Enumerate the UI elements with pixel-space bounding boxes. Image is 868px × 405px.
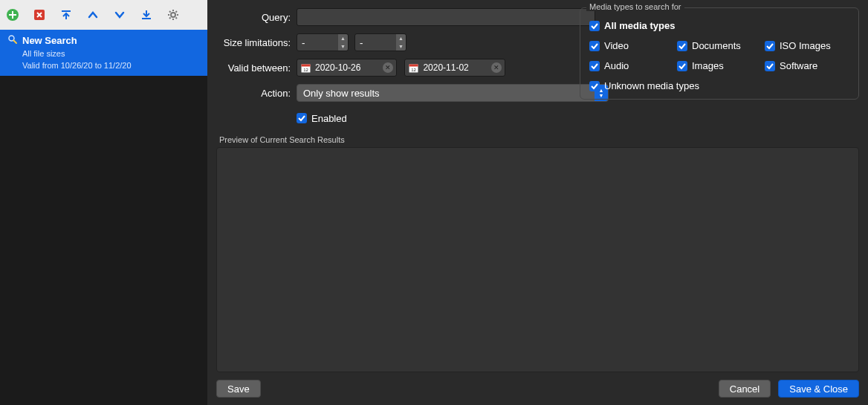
- date-to-text: 2020-11-02: [423, 62, 468, 73]
- date-to-field[interactable]: 12 2020-11-02 ✕: [404, 59, 505, 77]
- list-item-title: New Search: [22, 35, 77, 46]
- media-documents-label: Documents: [692, 40, 741, 51]
- check-icon: [297, 113, 307, 123]
- main-panel: Query: Size limitations: ▲▼ ▲▼ Valid bet…: [207, 0, 868, 405]
- size-max-stepper[interactable]: ▲▼: [396, 34, 406, 51]
- move-down-icon[interactable]: [111, 7, 128, 23]
- svg-line-16: [14, 41, 17, 44]
- move-up-icon[interactable]: [85, 7, 101, 23]
- media-all-label: All media types: [604, 20, 675, 31]
- check-icon: [589, 81, 600, 91]
- move-bottom-icon[interactable]: [138, 7, 155, 23]
- query-input[interactable]: [297, 8, 595, 26]
- calendar-icon: 12: [300, 62, 311, 73]
- svg-text:12: 12: [303, 68, 308, 72]
- action-label: Action:: [216, 88, 297, 99]
- svg-point-6: [171, 13, 175, 17]
- check-icon: [765, 61, 775, 71]
- save-button[interactable]: Save: [216, 380, 261, 398]
- footer: Save Cancel Save & Close: [216, 380, 859, 398]
- size-min-stepper[interactable]: ▲▼: [338, 34, 348, 51]
- svg-line-13: [169, 18, 171, 19]
- clear-date-from-icon[interactable]: ✕: [383, 62, 393, 73]
- media-iso-checkbox[interactable]: ISO Images: [765, 40, 849, 51]
- search-list: New Search All file sizes Valid from 10/…: [0, 30, 207, 405]
- enabled-checkbox[interactable]: Enabled: [297, 113, 347, 124]
- sidebar: New Search All file sizes Valid from 10/…: [0, 0, 207, 405]
- check-icon: [589, 21, 600, 31]
- media-video-checkbox[interactable]: Video: [589, 40, 674, 51]
- action-select-value: Only show results: [303, 88, 380, 99]
- svg-rect-21: [409, 64, 418, 66]
- preview-area: [216, 147, 859, 372]
- svg-text:12: 12: [411, 68, 416, 72]
- delete-icon[interactable]: [31, 7, 48, 23]
- check-icon: [589, 61, 600, 71]
- query-label: Query:: [216, 12, 297, 23]
- save-close-button[interactable]: Save & Close: [778, 380, 859, 398]
- enabled-label: Enabled: [311, 113, 347, 124]
- media-types-group: Media types to search for All media type…: [580, 7, 859, 100]
- media-all-checkbox[interactable]: All media types: [589, 20, 849, 31]
- media-group-title: Media types to search for: [586, 2, 684, 11]
- search-icon: [7, 34, 18, 47]
- media-unknown-label: Unknown media types: [604, 80, 699, 91]
- media-audio-checkbox[interactable]: Audio: [589, 60, 674, 71]
- move-top-icon[interactable]: [58, 7, 74, 23]
- media-unknown-checkbox[interactable]: Unknown media types: [589, 80, 849, 91]
- sidebar-toolbar: [0, 0, 207, 30]
- calendar-icon: 12: [408, 62, 418, 73]
- cancel-button[interactable]: Cancel: [719, 380, 771, 398]
- list-item-sub2: Valid from 10/26/20 to 11/2/20: [22, 60, 200, 71]
- size-label: Size limitations:: [216, 37, 297, 48]
- check-icon: [677, 41, 687, 51]
- media-audio-label: Audio: [604, 60, 629, 71]
- media-software-checkbox[interactable]: Software: [765, 60, 849, 71]
- media-video-label: Video: [604, 40, 629, 51]
- svg-rect-18: [301, 64, 310, 66]
- svg-rect-5: [142, 18, 151, 19]
- date-from-text: 2020-10-26: [315, 62, 360, 73]
- add-icon[interactable]: [4, 7, 21, 23]
- svg-rect-2: [9, 14, 16, 16]
- media-software-label: Software: [780, 60, 817, 71]
- valid-label: Valid between:: [216, 62, 297, 74]
- list-item[interactable]: New Search All file sizes Valid from 10/…: [0, 30, 207, 76]
- check-icon: [677, 61, 687, 71]
- list-item-sub1: All file sizes: [22, 48, 200, 59]
- media-images-checkbox[interactable]: Images: [677, 60, 762, 71]
- media-images-label: Images: [692, 60, 724, 71]
- gear-icon[interactable]: [165, 7, 181, 23]
- media-iso-label: ISO Images: [780, 40, 831, 51]
- clear-date-to-icon[interactable]: ✕: [491, 62, 502, 73]
- media-documents-checkbox[interactable]: Documents: [677, 40, 762, 51]
- svg-rect-4: [62, 10, 71, 12]
- svg-line-12: [176, 18, 178, 19]
- check-icon: [589, 41, 600, 51]
- preview-label: Preview of Current Search Results: [219, 135, 345, 144]
- check-icon: [765, 41, 775, 51]
- svg-line-11: [169, 11, 171, 13]
- date-from-field[interactable]: 12 2020-10-26 ✕: [297, 59, 397, 77]
- action-select[interactable]: Only show results ▲▼: [297, 84, 609, 102]
- svg-line-14: [176, 11, 178, 13]
